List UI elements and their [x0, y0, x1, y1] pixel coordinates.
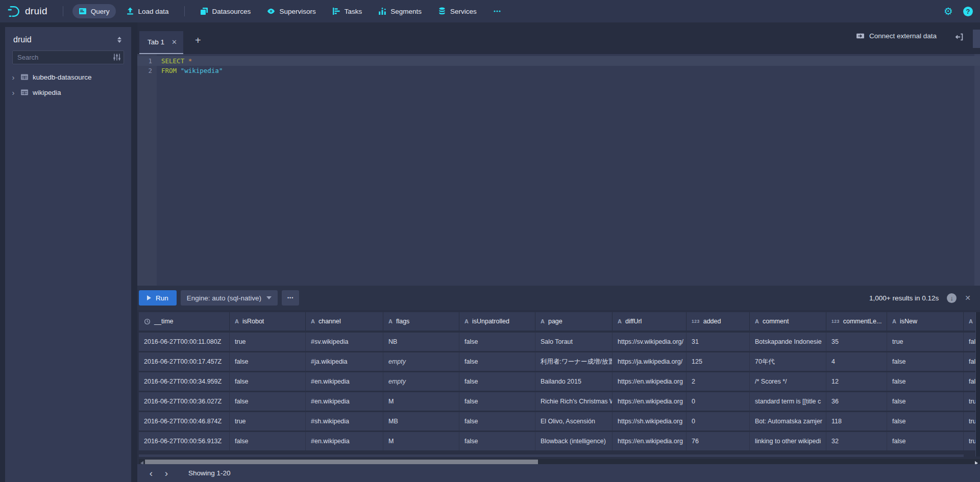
cell--time[interactable]: 2016-06-27T00:00:17.457Z: [139, 352, 230, 371]
nav-item-load-data[interactable]: Load data: [120, 4, 175, 18]
download-results-icon[interactable]: [947, 293, 957, 303]
new-tab-button[interactable]: [191, 35, 205, 46]
cell-commentle-[interactable]: 35: [826, 333, 887, 351]
cell-added[interactable]: 125: [687, 352, 750, 371]
cell-commentle-[interactable]: 118: [826, 412, 887, 430]
cell-flags[interactable]: M: [383, 432, 459, 450]
cell-channel[interactable]: #sh.wikipedia: [306, 412, 383, 430]
cell-flags[interactable]: MB: [383, 412, 459, 430]
cell--time[interactable]: 2016-06-27T00:00:34.959Z: [139, 372, 230, 391]
cell-isrobot[interactable]: false: [230, 352, 306, 371]
tab-close-icon[interactable]: [170, 37, 178, 47]
cell-isrobot[interactable]: false: [230, 372, 306, 391]
previous-page-button[interactable]: [144, 467, 158, 480]
cell-page[interactable]: Salo Toraut: [535, 333, 612, 351]
cell-isrobot[interactable]: false: [230, 392, 306, 411]
search-input[interactable]: [12, 50, 124, 64]
next-page-button[interactable]: [160, 467, 173, 480]
cell-commentle-[interactable]: 32: [826, 432, 887, 450]
datasource-item-kubedb-datasource[interactable]: kubedb-datasource: [5, 69, 131, 85]
cell-page[interactable]: Bailando 2015: [535, 372, 612, 391]
cell-diffurl[interactable]: https://en.wikipedia.org: [612, 432, 687, 450]
sql-editor[interactable]: 1SELECT *2FROM "wikipedia": [137, 54, 980, 286]
cell-isrobot[interactable]: true: [230, 412, 306, 430]
cell-isunpatrolled[interactable]: false: [459, 392, 535, 411]
cell-isrobot[interactable]: false: [230, 432, 306, 450]
cell-flags[interactable]: NB: [383, 333, 459, 351]
column-header-added[interactable]: 123added: [687, 312, 750, 331]
cell-flags[interactable]: empty: [383, 352, 459, 371]
cell-isunpatrolled[interactable]: false: [459, 352, 535, 371]
help-icon[interactable]: [963, 7, 973, 16]
cell-page[interactable]: 利用者:ワーナー成増/放置: [535, 352, 612, 371]
column-header-page[interactable]: Apage: [535, 312, 612, 331]
cell-commentle-[interactable]: 4: [826, 352, 887, 371]
chevron-right-icon[interactable]: [10, 88, 16, 97]
cell-isunpatrolled[interactable]: false: [459, 372, 535, 391]
cell-isunpatrolled[interactable]: false: [459, 412, 535, 430]
query-more-button[interactable]: [282, 290, 299, 306]
cell-added[interactable]: 0: [687, 392, 750, 411]
cell-channel[interactable]: #en.wikipedia: [306, 392, 383, 411]
cell-isrobot[interactable]: true: [230, 333, 306, 351]
nav-item-more[interactable]: [487, 4, 507, 18]
cell-comment[interactable]: linking to other wikipedi: [750, 432, 826, 450]
column-header-commentle-[interactable]: 123commentLe...: [826, 312, 887, 331]
cell-comment[interactable]: standard term is [[title c: [750, 392, 826, 411]
cell--time[interactable]: 2016-06-27T00:00:11.080Z: [139, 333, 230, 351]
column-header-isrobot[interactable]: AisRobot: [230, 312, 306, 331]
settings-gear-icon[interactable]: [944, 6, 953, 16]
connect-external-data-button[interactable]: Connect external data: [856, 32, 937, 40]
editor-scrollbar[interactable]: [974, 54, 980, 286]
nav-item-supervisors[interactable]: Supervisors: [261, 4, 322, 18]
cell-diffurl[interactable]: https://en.wikipedia.org: [612, 372, 687, 391]
cell-comment[interactable]: 70年代: [750, 352, 826, 371]
cell-diffurl[interactable]: https://ja.wikipedia.org/: [612, 352, 687, 371]
nav-item-query[interactable]: Query: [72, 4, 116, 18]
cell-added[interactable]: 2: [687, 372, 750, 391]
cell-commentle-[interactable]: 12: [826, 372, 887, 391]
tab-1[interactable]: Tab 1: [139, 31, 183, 54]
filter-sliders-icon[interactable]: [113, 53, 121, 61]
nav-item-services[interactable]: Services: [432, 4, 483, 18]
cell--time[interactable]: 2016-06-27T00:00:46.874Z: [139, 412, 230, 430]
column-header--time[interactable]: __time: [139, 312, 230, 331]
column-header-flags[interactable]: Aflags: [383, 312, 459, 331]
cell-comment[interactable]: Botskapande Indonesie: [750, 333, 826, 351]
cell-isunpatrolled[interactable]: false: [459, 432, 535, 450]
cell-channel[interactable]: #ja.wikipedia: [306, 352, 383, 371]
cell-flags[interactable]: empty: [383, 372, 459, 391]
cell-page[interactable]: El Olivo, Ascensión: [535, 412, 612, 430]
cell-channel[interactable]: #sv.wikipedia: [306, 333, 383, 351]
datasource-item-wikipedia[interactable]: wikipedia: [5, 85, 131, 100]
cell-added[interactable]: 76: [687, 432, 750, 450]
column-header-diffurl[interactable]: AdiffUrl: [612, 312, 687, 331]
druid-logo[interactable]: druid: [7, 5, 47, 18]
cell-comment[interactable]: /* Scores */: [750, 372, 826, 391]
cell-isnew[interactable]: false: [887, 432, 964, 450]
cell-comment[interactable]: Bot: Automatska zamjer: [750, 412, 826, 430]
cell-isnew[interactable]: false: [887, 352, 964, 371]
column-header-isunpatrolled[interactable]: AisUnpatrolled: [459, 312, 535, 331]
column-header-comment[interactable]: Acomment: [750, 312, 826, 331]
run-button[interactable]: Run: [139, 290, 177, 306]
close-results-icon[interactable]: [965, 294, 971, 302]
cell-diffurl[interactable]: https://sv.wikipedia.org/: [612, 333, 687, 351]
nav-item-segments[interactable]: Segments: [372, 4, 428, 18]
engine-select-button[interactable]: Engine: auto (sql-native): [181, 290, 278, 306]
sort-icon[interactable]: [116, 35, 123, 44]
cell-page[interactable]: Blowback (intelligence): [535, 432, 612, 450]
cell-diffurl[interactable]: https://en.wikipedia.org: [612, 392, 687, 411]
nav-item-datasources[interactable]: Datasources: [194, 4, 257, 18]
cell-isnew[interactable]: true: [887, 333, 964, 351]
cell-added[interactable]: 0: [687, 412, 750, 430]
cell-added[interactable]: 31: [687, 333, 750, 351]
cell-channel[interactable]: #en.wikipedia: [306, 432, 383, 450]
cell-diffurl[interactable]: https://sh.wikipedia.org: [612, 412, 687, 430]
chevron-right-icon[interactable]: [10, 73, 16, 82]
cell--time[interactable]: 2016-06-27T00:00:36.027Z: [139, 392, 230, 411]
cell-flags[interactable]: M: [383, 392, 459, 411]
cell-page[interactable]: Richie Rich's Christmas W: [535, 392, 612, 411]
cell-isnew[interactable]: false: [887, 392, 964, 411]
collapse-panel-icon[interactable]: [955, 33, 964, 43]
